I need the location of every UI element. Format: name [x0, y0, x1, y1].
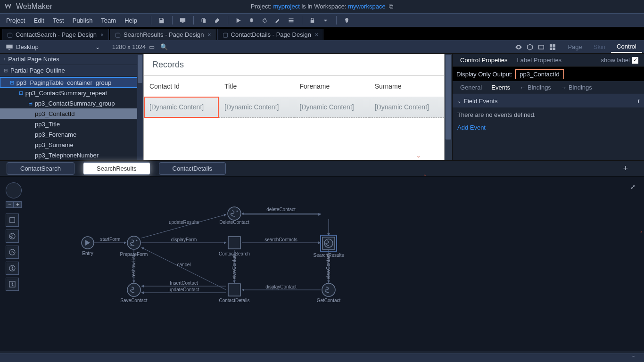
svg-text:searchContacts: searchContacts: [264, 237, 297, 242]
scrollbar-thumb[interactable]: [138, 55, 142, 83]
add-flow-icon[interactable]: +: [623, 164, 628, 173]
info-icon[interactable]: i: [637, 98, 639, 105]
menu-edit[interactable]: Edit: [29, 15, 48, 26]
svg-point-41: [237, 211, 238, 212]
bindings-out-tab[interactable]: →Bindings: [556, 82, 597, 93]
cell[interactable]: [Dynamic Content]: [369, 97, 444, 118]
svg-text:PrepareForm: PrepareForm: [120, 252, 148, 257]
lightbulb-icon[interactable]: [342, 15, 352, 25]
close-icon[interactable]: ×: [208, 32, 211, 38]
side-tab-skin[interactable]: Skin: [588, 41, 611, 52]
desktop-icon[interactable]: [178, 15, 188, 25]
show-label-checkbox[interactable]: ✓: [632, 57, 638, 64]
tree-node[interactable]: ⊟ pp3_ContactSummary_group: [0, 98, 137, 108]
table-row[interactable]: [Dynamic Content] [Dynamic Content] [Dyn…: [144, 97, 444, 118]
scrollbar-vertical[interactable]: [137, 54, 143, 160]
cell[interactable]: [Dynamic Content]: [219, 97, 294, 118]
app-title: WebMaker: [16, 2, 52, 11]
close-icon[interactable]: ×: [100, 32, 104, 38]
file-tab-contactsearch[interactable]: ▢ContactSearch - Page Design×: [2, 29, 109, 40]
close-icon[interactable]: ×: [315, 32, 318, 38]
svg-point-42: [127, 283, 140, 296]
tree-node[interactable]: ⊟ pp3_PagingTable_container_group: [0, 77, 137, 88]
collapse-icon[interactable]: ⊟: [18, 90, 24, 96]
file-tab-searchresults[interactable]: ▢SearchResults - Page Design×: [110, 29, 216, 40]
column-header[interactable]: Surname: [369, 76, 444, 97]
side-tab-page[interactable]: Page: [562, 41, 587, 52]
file-tab-contactdetails[interactable]: ▢ContactDetails - Page Design×: [217, 29, 324, 40]
fit-width-icon[interactable]: ▭: [147, 42, 157, 52]
tree-node[interactable]: pp3_Surname: [0, 140, 137, 150]
events-tab[interactable]: Events: [487, 82, 515, 93]
partial-page-outline-header[interactable]: ⊟Partial Page Outline: [0, 65, 137, 76]
scrollbar-vertical[interactable]: [445, 54, 452, 160]
add-event-link[interactable]: Add Event: [453, 122, 644, 133]
tree-node[interactable]: pp3_TelephoneNumber: [0, 150, 137, 160]
field-events-section[interactable]: ⌄ Field Events i: [453, 94, 644, 107]
project-link[interactable]: myproject: [273, 3, 299, 10]
menu-help[interactable]: Help: [120, 15, 141, 26]
properties-panel: Control Propeties Label Properties show …: [452, 54, 644, 160]
external-link-icon[interactable]: ⧉: [389, 3, 393, 10]
grid-icon[interactable]: [547, 41, 558, 53]
control-properties-tab[interactable]: Control Propeties: [455, 55, 512, 66]
collapse-icon[interactable]: ⊟: [9, 80, 15, 86]
chevron-down-icon[interactable]: [321, 15, 331, 25]
stack-icon[interactable]: [286, 15, 297, 25]
scrollbar-thumb[interactable]: [446, 55, 451, 140]
zoom-icon[interactable]: 🔍: [159, 42, 169, 52]
cube-icon[interactable]: [524, 41, 536, 53]
menu-test[interactable]: Test: [49, 15, 68, 26]
column-header[interactable]: Title: [219, 76, 294, 97]
page-icon: ▢: [223, 31, 228, 38]
flow-tab-contactsearch[interactable]: ContactSearch: [7, 162, 74, 175]
eye-icon[interactable]: [513, 41, 524, 53]
save-icon[interactable]: [157, 15, 167, 25]
design-canvas[interactable]: Records Contact Id Title Forename Surnam…: [143, 54, 452, 160]
resize-handle-icon[interactable]: ⌄: [416, 153, 421, 159]
label-properties-tab[interactable]: Label Properties: [512, 55, 566, 66]
cell[interactable]: [Dynamic Content]: [294, 97, 369, 118]
column-header[interactable]: Forename: [294, 76, 369, 97]
svg-point-44: [322, 283, 335, 296]
refresh-icon[interactable]: [260, 15, 270, 25]
svg-rect-36: [228, 237, 240, 249]
menu-team[interactable]: Team: [97, 15, 120, 26]
edit-icon[interactable]: [273, 15, 283, 25]
flow-tabs-bar: ContactSearch SearchResults ContactDetai…: [0, 160, 644, 176]
rectangle-select-icon[interactable]: [536, 41, 547, 53]
copy-icon[interactable]: [199, 15, 209, 25]
column-header[interactable]: Contact Id: [144, 76, 219, 97]
chevron-down-icon: ⌄: [457, 99, 461, 104]
flow-tab-searchresults[interactable]: SearchResults: [83, 162, 150, 175]
chevron-up-icon[interactable]: ⌃: [631, 355, 636, 361]
resolution-label: 1280 x 1024: [112, 43, 146, 50]
flow-tab-contactdetails[interactable]: ContactDetails: [159, 162, 226, 175]
svg-text:displayForm: displayForm: [171, 237, 197, 242]
viewport-selector[interactable]: Desktop ⌄: [2, 43, 104, 50]
menu-bar: Project Edit Test Publish Team Help: [0, 13, 644, 27]
tree-node[interactable]: ⊟ pp3_ContactSummary_repeat: [0, 88, 137, 98]
bug-icon[interactable]: [247, 15, 257, 25]
side-tab-control[interactable]: Control: [611, 41, 642, 53]
workspace-link[interactable]: myworkspace: [348, 3, 385, 10]
brush-icon[interactable]: [212, 15, 223, 25]
tree-node[interactable]: pp3_Title: [0, 119, 137, 129]
partial-page-notes-header[interactable]: ›Partial Page Notes: [0, 54, 137, 65]
general-tab[interactable]: General: [455, 82, 487, 93]
bindings-in-tab[interactable]: ←Bindings: [515, 82, 556, 93]
flow-diagram[interactable]: − + ⤢ ›: [0, 176, 644, 351]
svg-text:ContactSearch: ContactSearch: [219, 251, 250, 256]
tree-node[interactable]: pp3_Forename: [0, 129, 137, 140]
tree-node-selected[interactable]: pp3_ContactId: [0, 108, 137, 119]
control-name-value[interactable]: pp3_ContactId: [515, 69, 564, 79]
cell-selected[interactable]: [Dynamic Content]: [144, 97, 219, 118]
svg-text:displayContact: displayContact: [265, 284, 297, 289]
svg-text:DeleteContact: DeleteContact: [219, 220, 249, 225]
play-icon[interactable]: [233, 15, 244, 25]
lock-icon[interactable]: [307, 15, 318, 25]
menu-publish[interactable]: Publish: [68, 15, 97, 26]
chevron-down-icon: ⌄: [95, 44, 100, 50]
collapse-icon[interactable]: ⊟: [27, 100, 33, 107]
menu-project[interactable]: Project: [2, 15, 29, 26]
